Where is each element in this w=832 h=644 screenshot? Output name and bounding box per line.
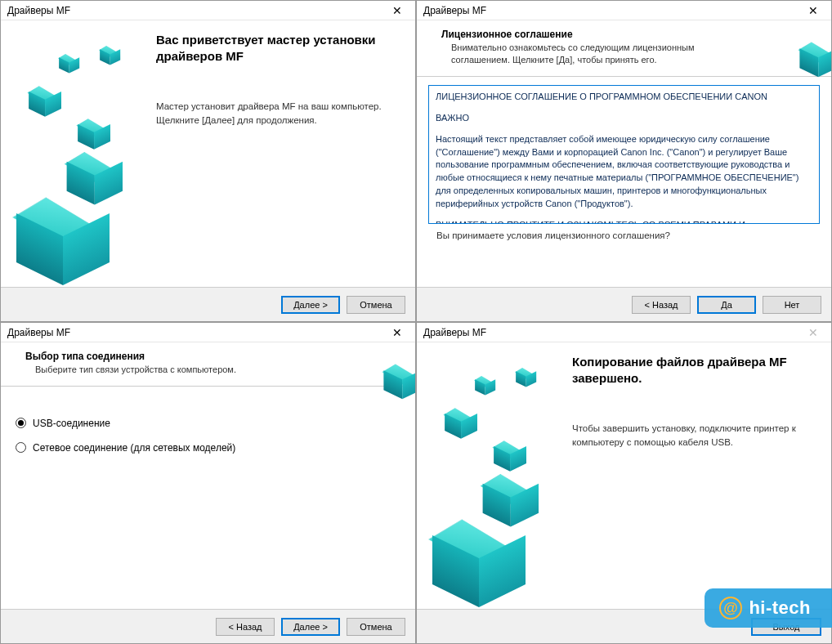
window-title: Драйверы MF [7, 327, 70, 338]
section-title: Лицензионное соглашение [436, 29, 818, 40]
cancel-button[interactable]: Отмена [347, 296, 405, 314]
radio-icon[interactable] [16, 442, 26, 453]
section-header: Выбор типа соединения Выберите тип связи… [1, 342, 415, 387]
radio-network-label: Сетевое соединение (для сетевых моделей) [33, 442, 235, 454]
no-button[interactable]: Нет [763, 296, 821, 314]
titlebar: Драйверы MF ✕ [417, 323, 831, 342]
close-icon[interactable]: ✕ [384, 2, 410, 19]
titlebar: Драйверы MF ✕ [417, 1, 831, 20]
welcome-desc-1: Мастер установит драйвера MF на ваш комп… [156, 100, 399, 114]
accept-question: Вы принимаете условия лицензионного согл… [417, 227, 831, 248]
section-desc: Выберите тип связи устройства с компьюте… [20, 362, 331, 376]
button-bar: < Назад Далее > Отмена [1, 609, 415, 643]
section-title: Выбор типа соединения [20, 351, 402, 362]
window-title: Драйверы MF [423, 5, 486, 16]
license-read: ВНИМАТЕЛЬНО ПРОЧТИТЕ И ОЗНАКОМЬТЕСЬ СО В… [436, 219, 812, 224]
cancel-button[interactable]: Отмена [347, 618, 405, 636]
radio-usb[interactable]: USB-соединение [16, 418, 235, 429]
radio-network[interactable]: Сетевое соединение (для сетевых моделей) [16, 442, 235, 454]
connection-dialog: Драйверы MF ✕ Выбор типа соединения Выбе… [0, 322, 416, 644]
section-desc: Внимательно ознакомьтесь со следующим ли… [436, 40, 747, 66]
welcome-title: Вас приветствует мастер установки драйве… [156, 32, 399, 65]
license-textarea[interactable]: ЛИЦЕНЗИОННОЕ СОГЛАШЕНИЕ О ПРОГРАММНОМ ОБ… [428, 85, 820, 224]
next-button[interactable]: Далее > [281, 618, 340, 636]
close-icon[interactable]: ✕ [384, 324, 410, 341]
next-button[interactable]: Далее > [281, 296, 340, 314]
close-icon: ✕ [800, 324, 826, 341]
window-title: Драйверы MF [423, 327, 486, 338]
watermark-badge: @ hi-tech [705, 588, 832, 628]
back-button[interactable]: < Назад [216, 618, 275, 636]
watermark-text: hi-tech [749, 597, 811, 619]
wizard-artwork [417, 342, 564, 609]
license-dialog: Драйверы MF ✕ Лицензионное соглашение Вн… [416, 0, 832, 322]
titlebar: Драйверы MF ✕ [1, 323, 415, 342]
window-title: Драйверы MF [7, 5, 70, 16]
cube-icon [371, 347, 404, 380]
wizard-artwork [1, 20, 148, 287]
button-bar: < Назад Да Нет [417, 287, 831, 321]
license-body: Настоящий текст представляет собой имеющ… [436, 133, 812, 212]
welcome-dialog: Драйверы MF ✕ Вас приветствует мастер ус… [0, 0, 416, 322]
complete-title: Копирование файлов драйвера MF завершено… [572, 354, 815, 387]
back-button[interactable]: < Назад [632, 296, 691, 314]
connection-radio-group: USB-соединение Сетевое соединение (для с… [1, 387, 250, 609]
close-icon[interactable]: ✕ [800, 2, 826, 19]
license-heading: ЛИЦЕНЗИОННОЕ СОГЛАШЕНИЕ О ПРОГРАММНОМ ОБ… [436, 91, 812, 104]
yes-button[interactable]: Да [697, 296, 756, 314]
section-header: Лицензионное соглашение Внимательно озна… [417, 20, 831, 77]
cube-icon [787, 25, 820, 58]
license-important: ВАЖНО [436, 112, 812, 125]
button-bar: Далее > Отмена [1, 287, 415, 321]
radio-icon[interactable] [16, 418, 26, 428]
welcome-desc-2: Щелкните [Далее] для продолжения. [156, 114, 399, 127]
at-icon: @ [719, 597, 742, 619]
titlebar: Драйверы MF ✕ [1, 1, 415, 20]
radio-usb-label: USB-соединение [33, 418, 110, 429]
complete-desc: Чтобы завершить установку, подключите пр… [572, 422, 815, 450]
